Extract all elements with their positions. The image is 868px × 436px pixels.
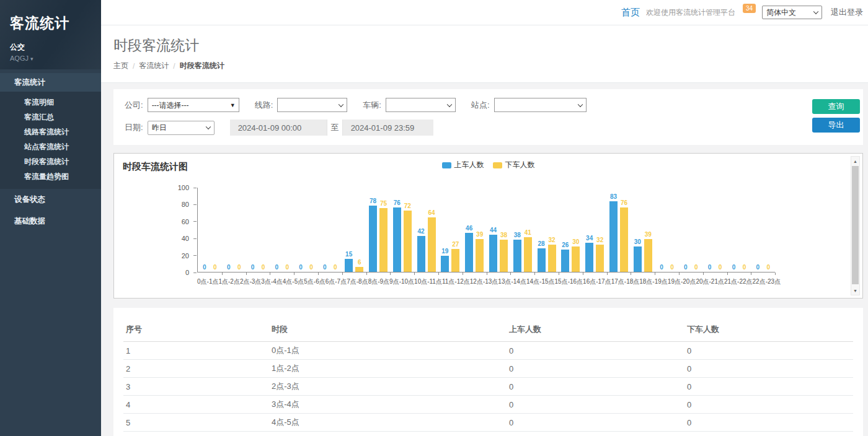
station-select[interactable] <box>494 98 587 112</box>
table-cell: 5 <box>123 414 269 432</box>
chart-vertical-scrollbar[interactable]: ▲ ▼ <box>851 156 860 295</box>
y-axis-tick-label: 40 <box>182 235 189 242</box>
org-code-dropdown[interactable]: AQGJ ▾ <box>10 54 101 62</box>
logout-link[interactable]: 退出登录 <box>831 7 863 18</box>
query-button[interactable]: 查询 <box>812 99 860 114</box>
bar-value-label: 83 <box>610 194 617 200</box>
bar-value-label: 78 <box>370 198 376 204</box>
bar-value-label: 0 <box>766 264 770 271</box>
legend-item-alighting[interactable]: 下车人数 <box>493 160 535 170</box>
table-cell: 1 <box>123 342 269 360</box>
y-axis-tick-mark <box>193 221 197 222</box>
bar <box>465 233 473 272</box>
bar-column: 78 <box>369 188 377 272</box>
sidebar-item[interactable]: 设备状态 <box>0 189 101 211</box>
bar <box>548 245 556 272</box>
bar-column: 0 <box>211 188 219 272</box>
home-link[interactable]: 首页 <box>621 7 640 19</box>
sidebar-sub-item[interactable]: 客流量趋势图 <box>0 169 101 184</box>
bar-group: 3432 <box>583 188 607 272</box>
col-header-period: 时段 <box>269 320 507 342</box>
line-select[interactable] <box>277 98 347 112</box>
bar-column: 0 <box>764 188 773 272</box>
breadcrumb-home[interactable]: 主页 <box>113 61 128 71</box>
bar-value-label: 32 <box>548 237 555 243</box>
y-axis-tick-mark <box>193 238 197 239</box>
sidebar-sub-item[interactable]: 时段客流统计 <box>0 154 101 169</box>
org-code-label: AQGJ <box>10 54 29 62</box>
bar-column: 30 <box>572 188 580 272</box>
bar-column: 0 <box>706 188 714 272</box>
export-button[interactable]: 导出 <box>812 118 860 133</box>
line-select-wrap <box>277 98 347 112</box>
date-label: 日期: <box>125 122 143 133</box>
sidebar-item[interactable]: 基础数据 <box>0 211 101 232</box>
bar-column: 32 <box>548 188 556 272</box>
bar-value-label: 42 <box>418 229 425 235</box>
bar-group: 00 <box>198 188 222 272</box>
bar-value-label: 39 <box>476 232 483 238</box>
chart-plot: 0000000000001567875767242641927463944383… <box>197 188 775 272</box>
table-cell: 3点-4点 <box>269 396 507 414</box>
bar-column: 0 <box>668 188 676 272</box>
bar-group: 3841 <box>510 188 534 272</box>
bar <box>538 248 546 272</box>
company-select[interactable]: ---请选择--- <box>148 98 239 112</box>
scrollbar-thumb[interactable] <box>852 166 859 284</box>
bar-value-label: 0 <box>237 264 241 271</box>
language-select[interactable]: 简体中文 <box>762 6 822 19</box>
bar-column: 38 <box>500 188 508 272</box>
bar-column: 0 <box>235 188 243 272</box>
bar-value-label: 38 <box>514 232 521 238</box>
sidebar-item-passenger-stats[interactable]: 客流统计 <box>0 73 101 92</box>
y-axis-tick-mark <box>193 272 197 273</box>
vehicle-select[interactable] <box>386 98 456 112</box>
sidebar-sub-item[interactable]: 客流明细 <box>0 95 101 110</box>
bar-column: 34 <box>585 188 593 272</box>
table-cell: 0 <box>507 432 684 436</box>
stats-table: 序号 时段 上车人数 下车人数 10点-1点0021点-2点0032点-3点00… <box>123 320 853 436</box>
x-axis-label: 22点-23点 <box>753 277 781 286</box>
bar-column: 0 <box>658 188 666 272</box>
bar-group: 00 <box>751 188 775 272</box>
bar <box>355 267 363 272</box>
x-axis-tick-mark <box>342 272 343 275</box>
bar-value-label: 0 <box>756 264 760 271</box>
scroll-down-arrow-icon[interactable]: ▼ <box>851 286 859 295</box>
bar-column: 28 <box>538 188 546 272</box>
bar <box>441 256 449 272</box>
legend-label: 下车人数 <box>505 160 535 170</box>
bar <box>369 206 377 272</box>
x-axis-tick-mark <box>607 272 608 275</box>
bar-group: 00 <box>727 188 751 272</box>
end-date-input[interactable] <box>343 120 433 136</box>
legend-item-boarding[interactable]: 上车人数 <box>442 160 484 170</box>
date-preset-select[interactable]: 昨日 <box>148 121 215 135</box>
table-cell: 0点-1点 <box>269 342 507 360</box>
start-date-input[interactable] <box>230 120 327 136</box>
x-axis-label: 6点-7点 <box>326 277 347 286</box>
sidebar-sub-item[interactable]: 站点客流统计 <box>0 139 101 154</box>
x-axis-label: 8点-9点 <box>368 277 389 286</box>
sidebar-sub-item[interactable]: 线路客流统计 <box>0 124 101 139</box>
bar-column: 0 <box>692 188 700 272</box>
scroll-up-arrow-icon[interactable]: ▲ <box>851 157 859 165</box>
legend-swatch-blue <box>442 162 451 168</box>
legend-label: 上车人数 <box>454 160 484 170</box>
breadcrumb-passenger-stats[interactable]: 客流统计 <box>139 61 169 71</box>
bar-value-label: 32 <box>596 237 603 243</box>
bar-column: 76 <box>393 188 401 272</box>
table-header-row: 序号 时段 上车人数 下车人数 <box>123 320 853 342</box>
bar-value-label: 0 <box>660 264 663 271</box>
bar-value-label: 41 <box>525 230 531 236</box>
sidebar-sub-item[interactable]: 客流汇总 <box>0 110 101 124</box>
bar-value-label: 0 <box>227 264 231 271</box>
bar-group: 4264 <box>414 188 438 272</box>
bar <box>489 235 497 272</box>
bar-column: 39 <box>476 188 484 272</box>
y-axis-tick-label: 100 <box>178 184 189 191</box>
notification-badge: 34 <box>743 4 756 13</box>
bar-column: 83 <box>609 188 618 272</box>
y-axis-tick-label: 20 <box>182 252 189 259</box>
bar-group: 00 <box>703 188 727 272</box>
